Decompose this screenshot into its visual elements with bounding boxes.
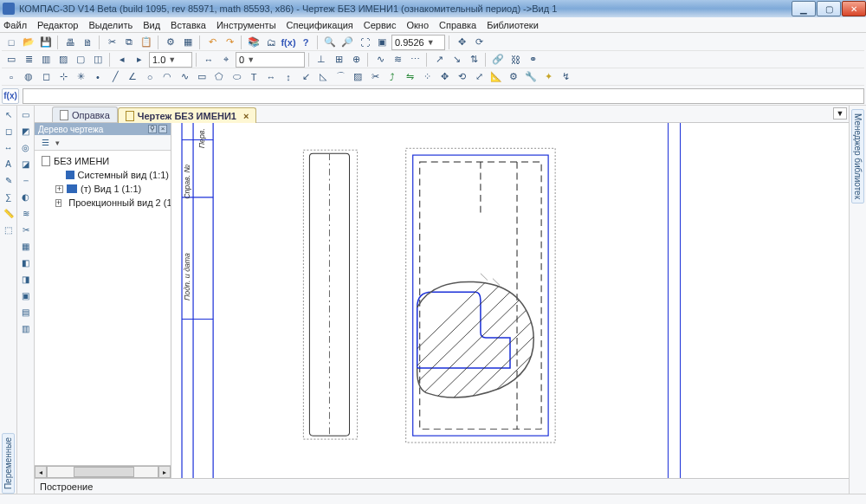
- tool-trim-icon[interactable]: ✂: [367, 69, 383, 85]
- tool-move-icon[interactable]: ✥: [436, 69, 452, 85]
- doc-new-icon[interactable]: ▫: [3, 69, 19, 85]
- undo-icon[interactable]: ↶: [204, 35, 220, 50]
- variables-side-tab[interactable]: Переменные: [2, 433, 15, 494]
- frame-icon[interactable]: ▢: [73, 52, 88, 68]
- menu-select[interactable]: Выделить: [88, 20, 132, 30]
- scale-down-icon[interactable]: ◂: [114, 52, 130, 68]
- tool-fillet-icon[interactable]: ⌒: [333, 69, 348, 85]
- cursor-icon[interactable]: ↖: [2, 107, 16, 121]
- select-icon[interactable]: ⬚: [2, 223, 16, 236]
- menu-file[interactable]: Файл: [3, 20, 27, 30]
- tool-extend-icon[interactable]: ⤴: [385, 69, 400, 85]
- tool-wrench-icon[interactable]: 🔧: [523, 69, 539, 85]
- tool-scale-icon[interactable]: ⤢: [471, 69, 487, 85]
- edit-icon[interactable]: ✎: [2, 173, 16, 187]
- misc3-icon[interactable]: ⋯: [407, 52, 423, 68]
- tool-dim2-icon[interactable]: ↕: [281, 69, 296, 85]
- zoom-window-icon[interactable]: ⛶: [357, 35, 372, 50]
- variables-icon[interactable]: f(x): [281, 35, 296, 50]
- menu-editor[interactable]: Редактор: [37, 20, 78, 30]
- ortho-icon[interactable]: ⊥: [313, 52, 329, 68]
- paste-icon[interactable]: 📋: [139, 35, 154, 50]
- tree-projection-view[interactable]: + Проекционный вид 2 (1:1): [36, 196, 169, 210]
- view-detail-icon[interactable]: ◎: [19, 140, 33, 154]
- scroll-thumb[interactable]: [74, 467, 134, 477]
- properties-icon[interactable]: ⚙: [163, 35, 178, 50]
- annotation-icon[interactable]: A: [2, 157, 16, 171]
- view-std-icon[interactable]: ▭: [19, 107, 33, 121]
- menu-help[interactable]: Справка: [439, 20, 476, 30]
- manager-icon[interactable]: 🗂: [263, 35, 279, 50]
- doc-tab-drawing-active[interactable]: Чертеж БЕЗ ИМЕНИ1 ×: [118, 107, 257, 123]
- zoom-in-icon[interactable]: 🔍: [322, 35, 338, 50]
- zoom-fit-icon[interactable]: ▣: [374, 35, 390, 50]
- grid-icon[interactable]: ▦: [180, 35, 196, 50]
- tool-angle-icon[interactable]: ∠: [125, 69, 140, 85]
- arrow3-icon[interactable]: ⇅: [466, 52, 481, 68]
- scale-up-icon[interactable]: ▸: [132, 52, 147, 68]
- view-other4-icon[interactable]: ▤: [19, 305, 33, 319]
- view-aux-icon[interactable]: ◪: [19, 157, 33, 171]
- copy-icon[interactable]: ⧉: [121, 35, 137, 50]
- tool-spline-icon[interactable]: ∿: [177, 69, 192, 85]
- break-line-icon[interactable]: ≋: [19, 206, 33, 220]
- grid-snap-icon[interactable]: ⊞: [331, 52, 346, 68]
- measure-icon[interactable]: 📏: [2, 206, 16, 220]
- misc1-icon[interactable]: ∿: [372, 52, 388, 68]
- tool-arc-icon[interactable]: ◠: [159, 69, 175, 85]
- view-broken-icon[interactable]: ⎓: [19, 173, 33, 187]
- menu-service[interactable]: Сервис: [364, 20, 397, 30]
- close-button[interactable]: ✕: [842, 1, 866, 16]
- tree-hscrollbar[interactable]: ◂ ▸: [35, 466, 171, 478]
- snap-icon[interactable]: ⌖: [218, 52, 234, 68]
- drawing-tree[interactable]: БЕЗ ИМЕНИ Системный вид (1:1) + (т) Вид …: [35, 151, 171, 466]
- tool-axis-icon[interactable]: ⊹: [55, 69, 71, 85]
- sheet-icon[interactable]: ▭: [3, 52, 19, 68]
- formula-input[interactable]: [23, 88, 864, 104]
- doc-tab-opravka[interactable]: Оправка: [52, 107, 118, 122]
- tool-hatch2-icon[interactable]: ▨: [350, 69, 365, 85]
- expand-icon[interactable]: +: [55, 185, 63, 193]
- menu-window[interactable]: Окно: [406, 20, 429, 30]
- new-file-icon[interactable]: □: [3, 35, 19, 50]
- library-manager-side-tab[interactable]: Менеджер библиотек: [851, 109, 864, 204]
- views-icon[interactable]: ▥: [38, 52, 54, 68]
- drawing-canvas[interactable]: Подп. и дата Справ. № Перв.: [171, 123, 849, 478]
- layers-icon[interactable]: ≣: [21, 52, 36, 68]
- scroll-track[interactable]: [47, 466, 158, 478]
- zoom-combo[interactable]: 0.9526▼: [391, 35, 445, 50]
- minimize-button[interactable]: ▁: [792, 1, 816, 16]
- view-icon[interactable]: ◻: [38, 69, 54, 85]
- param-icon[interactable]: ∑: [2, 190, 16, 204]
- view-other3-icon[interactable]: ▣: [19, 288, 33, 302]
- chevron-down-icon[interactable]: ▾: [55, 139, 60, 147]
- step-icon[interactable]: ↔: [201, 52, 216, 68]
- view-other2-icon[interactable]: ◨: [19, 272, 33, 286]
- model-icon[interactable]: ◍: [21, 69, 36, 85]
- redo-icon[interactable]: ↷: [222, 35, 237, 50]
- menu-libs[interactable]: Библиотеки: [487, 20, 539, 30]
- tool-gear-icon[interactable]: ⚙: [506, 69, 521, 85]
- tree-view-icon[interactable]: ☰: [38, 136, 52, 150]
- print-preview-icon[interactable]: 🗎: [80, 35, 95, 50]
- tool-ellipse-icon[interactable]: ⬭: [229, 69, 244, 85]
- hatch-icon[interactable]: ▨: [55, 52, 71, 68]
- library-icon[interactable]: 📚: [246, 35, 262, 50]
- arrow1-icon[interactable]: ↗: [431, 52, 447, 68]
- cut-icon[interactable]: ✂: [104, 35, 120, 50]
- open-file-icon[interactable]: 📂: [21, 35, 36, 50]
- tool-star-icon[interactable]: ✦: [540, 69, 556, 85]
- view-local-icon[interactable]: ◐: [19, 190, 33, 204]
- expand-icon[interactable]: +: [55, 199, 61, 207]
- step-combo[interactable]: 0▼: [236, 52, 305, 68]
- arrow2-icon[interactable]: ↘: [449, 52, 464, 68]
- coord-icon[interactable]: ⊕: [348, 52, 364, 68]
- link3-icon[interactable]: ⚭: [525, 52, 540, 68]
- tool-mid-icon[interactable]: ✳: [73, 69, 88, 85]
- tool-dim-icon[interactable]: ↔: [263, 69, 279, 85]
- print-icon[interactable]: 🖶: [62, 35, 78, 50]
- view-other5-icon[interactable]: ▥: [19, 321, 33, 335]
- tool-rect-icon[interactable]: ▭: [194, 69, 210, 85]
- scroll-right-icon[interactable]: ▸: [158, 466, 171, 478]
- help-icon[interactable]: ?: [298, 35, 313, 50]
